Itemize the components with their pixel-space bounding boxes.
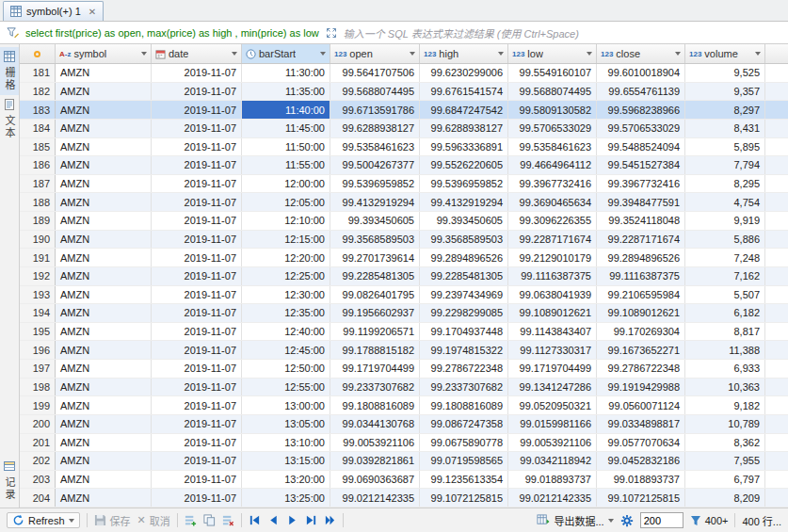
column-header-volume[interactable]: 123volume	[685, 44, 765, 63]
cell-close[interactable]: 99.1116387375	[597, 267, 685, 285]
cell-symbol[interactable]: AMZN	[56, 193, 152, 211]
cell-open[interactable]: 99.1788815182	[330, 341, 420, 359]
cell-symbol[interactable]: AMZN	[56, 64, 152, 82]
cell-barStart[interactable]: 13:15:00	[242, 452, 330, 470]
cell-high[interactable]: 99.0867247358	[420, 415, 508, 433]
column-filter-caret-icon[interactable]	[141, 52, 147, 56]
cell-low[interactable]: 99.5809130582	[508, 101, 597, 119]
filter-query-text[interactable]: select first(price) as open, max(price) …	[25, 27, 319, 39]
cell-high[interactable]: 99.6288938127	[420, 120, 508, 137]
cell-high[interactable]: 99.0675890778	[420, 434, 508, 452]
cell-date[interactable]: 2019-11-07	[152, 212, 242, 230]
row-number[interactable]: 196	[20, 341, 56, 359]
cell-high[interactable]: 99.6761541574	[420, 83, 508, 101]
column-header-low[interactable]: 123low	[508, 44, 597, 63]
cell-high[interactable]: 99.1235613354	[420, 471, 508, 489]
cell-barStart[interactable]: 12:05:00	[242, 193, 330, 211]
cell-close[interactable]: 99.170269304	[597, 323, 685, 341]
cell-symbol[interactable]: AMZN	[56, 415, 152, 433]
row-number[interactable]: 185	[20, 138, 56, 156]
cell-barStart[interactable]: 11:55:00	[242, 156, 330, 174]
refresh-caret-icon[interactable]	[69, 519, 74, 523]
cell-open[interactable]: 99.6713591786	[330, 101, 420, 119]
row-number[interactable]: 188	[20, 193, 56, 211]
row-header-cell[interactable]	[20, 44, 56, 63]
cell-close[interactable]: 99.3967732416	[597, 175, 685, 193]
cell-date[interactable]: 2019-11-07	[152, 471, 242, 489]
cell-barStart[interactable]: 11:30:00	[242, 64, 330, 82]
cell-symbol[interactable]: AMZN	[56, 212, 152, 230]
cell-symbol[interactable]: AMZN	[56, 396, 152, 414]
cell-high[interactable]: 99.6847247542	[420, 101, 508, 119]
cell-low[interactable]: 99.0053921106	[508, 434, 597, 452]
cell-symbol[interactable]: AMZN	[56, 83, 152, 101]
cell-symbol[interactable]: AMZN	[56, 452, 152, 470]
cell-barStart[interactable]: 12:30:00	[242, 286, 330, 304]
cell-close[interactable]: 99.5968238966	[597, 101, 685, 119]
cell-close[interactable]: 99.1919429988	[597, 379, 685, 396]
cell-high[interactable]: 99.1072125815	[420, 489, 508, 507]
cell-date[interactable]: 2019-11-07	[152, 249, 242, 266]
cell-symbol[interactable]: AMZN	[56, 489, 152, 507]
cell-open[interactable]: 99.5641707506	[330, 64, 420, 82]
cell-date[interactable]: 2019-11-07	[152, 83, 242, 101]
cell-barStart[interactable]: 12:00:00	[242, 175, 330, 193]
cell-low[interactable]: 99.0638041939	[508, 286, 597, 304]
cell-volume[interactable]: 6,182	[685, 304, 765, 322]
cell-symbol[interactable]: AMZN	[56, 120, 152, 137]
cell-high[interactable]: 99.1974815322	[420, 341, 508, 359]
cell-high[interactable]: 99.3568589503	[420, 231, 508, 249]
cell-barStart[interactable]: 11:35:00	[242, 83, 330, 101]
add-row-button[interactable]	[185, 514, 197, 526]
cell-close[interactable]: 99.5488524094	[597, 138, 685, 156]
cell-date[interactable]: 2019-11-07	[152, 193, 242, 211]
cell-low[interactable]: 99.5358461623	[508, 138, 597, 156]
sidebar-item-record[interactable]: 记录	[0, 457, 19, 505]
cell-high[interactable]: 99.5396959852	[420, 175, 508, 193]
fetch-size-input[interactable]	[640, 512, 683, 528]
cell-low[interactable]: 99.5688074495	[508, 83, 597, 101]
cell-close[interactable]: 99.018893737	[597, 471, 685, 489]
row-number[interactable]: 184	[20, 120, 56, 137]
cell-volume[interactable]: 10,789	[685, 415, 765, 433]
cell-symbol[interactable]: AMZN	[56, 175, 152, 193]
cell-high[interactable]: 99.2894896526	[420, 249, 508, 266]
cell-barStart[interactable]: 12:50:00	[242, 360, 330, 378]
column-header-high[interactable]: 123high	[420, 44, 508, 63]
cell-volume[interactable]: 9,357	[685, 83, 765, 101]
cell-volume[interactable]: 8,295	[685, 175, 765, 193]
row-number[interactable]: 182	[20, 83, 56, 101]
row-number[interactable]: 199	[20, 396, 56, 414]
cell-volume[interactable]: 11,388	[685, 341, 765, 359]
cell-close[interactable]: 99.2287171674	[597, 231, 685, 249]
cell-symbol[interactable]: AMZN	[56, 434, 152, 452]
cell-high[interactable]: 99.393450605	[420, 212, 508, 230]
cancel-button[interactable]: ✕ 取消	[137, 513, 170, 528]
cell-low[interactable]: 99.3967732416	[508, 175, 597, 193]
cell-date[interactable]: 2019-11-07	[152, 101, 242, 119]
tab-close-icon[interactable]: ✕	[88, 7, 96, 17]
cell-open[interactable]: 99.393450605	[330, 212, 420, 230]
cell-volume[interactable]: 5,886	[685, 231, 765, 249]
cell-volume[interactable]: 7,162	[685, 267, 765, 285]
cell-symbol[interactable]: AMZN	[56, 286, 152, 304]
cell-date[interactable]: 2019-11-07	[152, 452, 242, 470]
row-number[interactable]: 190	[20, 231, 56, 249]
cell-volume[interactable]: 6,797	[685, 471, 765, 489]
row-number[interactable]: 187	[20, 175, 56, 193]
cell-low[interactable]: 99.5706533029	[508, 120, 597, 137]
cell-barStart[interactable]: 12:35:00	[242, 304, 330, 322]
cell-volume[interactable]: 9,919	[685, 212, 765, 230]
cell-high[interactable]: 99.1808816089	[420, 396, 508, 414]
cell-high[interactable]: 99.6230299006	[420, 64, 508, 82]
cell-volume[interactable]: 7,955	[685, 452, 765, 470]
cell-symbol[interactable]: AMZN	[56, 231, 152, 249]
cell-low[interactable]: 99.1341247286	[508, 379, 597, 396]
row-number[interactable]: 186	[20, 156, 56, 174]
cell-date[interactable]: 2019-11-07	[152, 156, 242, 174]
cell-low[interactable]: 99.2129010179	[508, 249, 597, 266]
cell-open[interactable]: 99.5004267377	[330, 156, 420, 174]
export-data-button[interactable]: 导出数据...	[537, 513, 613, 528]
row-number[interactable]: 198	[20, 379, 56, 396]
cell-date[interactable]: 2019-11-07	[152, 341, 242, 359]
